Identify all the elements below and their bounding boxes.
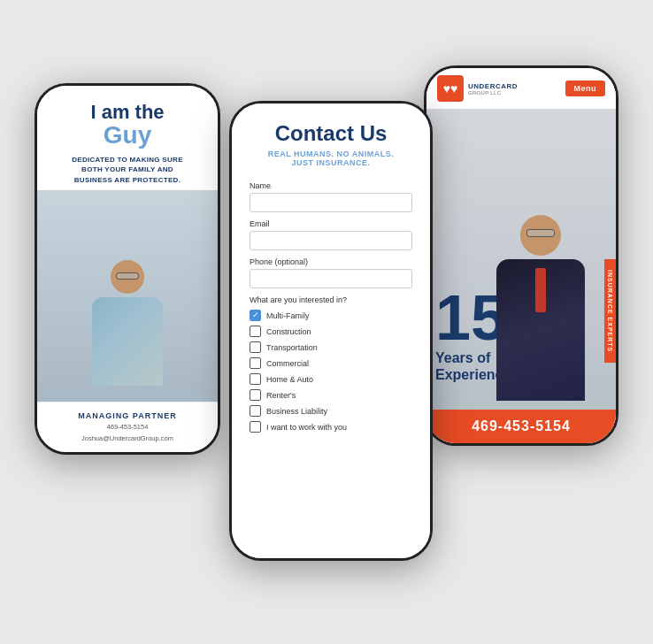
checkbox-work-with-you[interactable]: I want to work with you [250, 421, 412, 433]
phone-label: Phone (optional) [250, 257, 412, 266]
contact-us-header: Contact Us REAL HUMANS. NO ANIMALS.JUST … [232, 104, 430, 178]
checkbox-commercial-box[interactable] [250, 357, 261, 369]
person-glasses [116, 272, 139, 280]
person-silhouette-left [79, 260, 176, 402]
checkbox-work-with-you-label: I want to work with you [266, 423, 347, 432]
left-header: I am the Guy DEDICATED TO MAKING SUREBOT… [37, 86, 218, 190]
contact-us-subtitle: REAL HUMANS. NO ANIMALS.JUST INSURANCE. [250, 150, 412, 167]
name-input[interactable] [250, 193, 412, 212]
left-footer: MANAGING PARTNER 469-453-5154 Joshua@Und… [37, 402, 218, 453]
footer-email: Joshua@UndercardGroup.com [44, 433, 211, 443]
phone-right: ♥♥ UNDERCARD GROUP LLC Menu 15 Years ofE… [424, 65, 618, 446]
checkbox-commercial-label: Commercial [266, 359, 309, 368]
footer-title: MANAGING PARTNER [44, 411, 211, 420]
footer-phone: 469-453-5154 [44, 422, 211, 432]
email-label: Email [250, 219, 412, 228]
menu-button[interactable]: Menu [565, 80, 606, 96]
person-head [111, 260, 144, 294]
checkbox-multi-family[interactable]: Multi-Family [250, 310, 412, 321]
checkbox-work-with-you-box[interactable] [250, 421, 261, 433]
logo-text-area: UNDERCARD GROUP LLC [468, 82, 518, 96]
phone-left: I am the Guy DEDICATED TO MAKING SUREBOT… [35, 83, 220, 455]
checkbox-transportation-label: Transportation [266, 343, 318, 352]
person-right-body [496, 259, 585, 401]
person-silhouette-right [483, 215, 598, 410]
left-person-photo [37, 190, 218, 402]
headline-main: Guy [48, 123, 207, 148]
checkbox-construction-box[interactable] [250, 326, 261, 337]
person-right-head [520, 215, 561, 256]
checkbox-multi-family-box[interactable] [250, 310, 261, 321]
name-label: Name [250, 181, 412, 190]
email-input[interactable] [250, 231, 412, 250]
checkbox-commercial[interactable]: Commercial [250, 357, 412, 369]
right-side-label: INSURANCE EXPERTS [604, 259, 616, 363]
checkbox-renters-box[interactable] [250, 389, 261, 401]
name-group: Name [250, 181, 412, 212]
headline-prefix: I am the [48, 102, 207, 123]
contact-form: Name Email Phone (optional) What are you… [232, 178, 430, 558]
right-logo: ♥♥ UNDERCARD GROUP LLC [437, 75, 518, 102]
left-photo-area: JOSHUA DUNMIRE [37, 190, 218, 402]
phone-input[interactable] [250, 269, 412, 288]
checkbox-renters-label: Renter's [266, 391, 296, 400]
right-photo-area: 15 Years ofExperience INSURANCE EXPERTS [426, 109, 616, 410]
email-group: Email [250, 219, 412, 250]
checkbox-business-liability-label: Business Liability [266, 407, 327, 416]
checkbox-transportation[interactable]: Transportation [250, 341, 412, 353]
contact-us-title: Contact Us [250, 121, 412, 146]
phone-center: Contact Us REAL HUMANS. NO ANIMALS.JUST … [229, 101, 433, 561]
interested-label: What are you interested in? [250, 295, 412, 304]
tagline: DEDICATED TO MAKING SUREBOTH YOUR FAMILY… [48, 155, 207, 185]
logo-main-text: UNDERCARD [468, 82, 518, 90]
checkbox-home-auto-label: Home & Auto [266, 375, 313, 384]
checkbox-home-auto-box[interactable] [250, 373, 261, 385]
checkbox-renters[interactable]: Renter's [250, 389, 412, 401]
person-right-glasses [526, 229, 555, 237]
person-right-tie [535, 268, 546, 312]
logo-sub-text: GROUP LLC [468, 90, 518, 96]
right-footer: 469-453-5154 [426, 410, 616, 443]
logo-icon: ♥♥ [437, 75, 464, 102]
checkbox-construction-label: Construction [266, 327, 311, 336]
person-body [92, 297, 163, 386]
checkbox-multi-family-label: Multi-Family [266, 311, 310, 320]
checkbox-home-auto[interactable]: Home & Auto [250, 373, 412, 385]
checkbox-transportation-box[interactable] [250, 341, 261, 353]
checkbox-business-liability[interactable]: Business Liability [250, 405, 412, 417]
right-navbar: ♥♥ UNDERCARD GROUP LLC Menu [426, 68, 616, 109]
checkbox-business-liability-box[interactable] [250, 405, 261, 417]
phone-group: Phone (optional) [250, 257, 412, 288]
checkbox-construction[interactable]: Construction [250, 326, 412, 337]
right-phone-number: 469-453-5154 [435, 418, 607, 434]
